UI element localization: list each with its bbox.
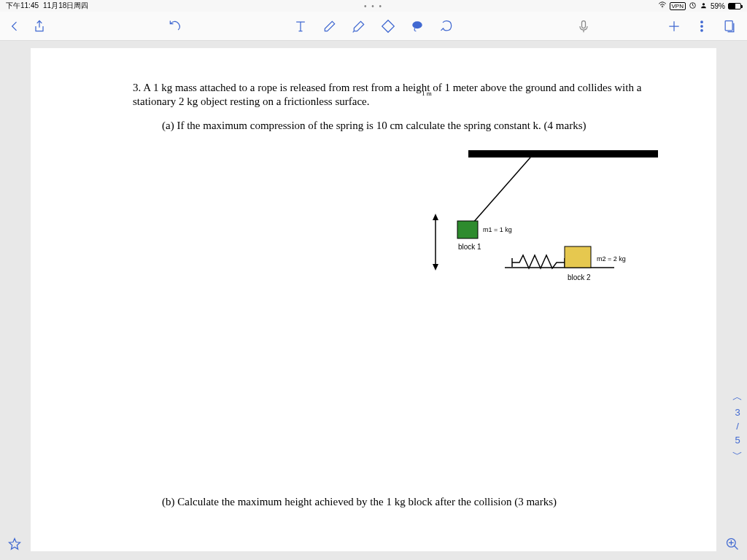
document-page: 3. A 1 kg mass attached to a rope is rel… [31, 48, 716, 551]
status-center-dots: • • • [364, 2, 383, 10]
wifi-icon [658, 1, 667, 11]
m2-label: m2 = 2 kg [597, 255, 626, 262]
svg-rect-12 [457, 221, 478, 238]
svg-point-6 [701, 20, 703, 23]
undo-button[interactable] [168, 19, 182, 34]
text-tool-button[interactable] [293, 19, 308, 34]
svg-point-0 [662, 7, 662, 7]
more-button[interactable] [694, 19, 709, 34]
add-button[interactable] [667, 19, 681, 34]
status-bar: 下午11:45 11月18日周四 • • • VPN 59% [0, 0, 747, 12]
chevron-down-icon[interactable]: ﹀ [732, 448, 743, 462]
question-part-a: (a) If the maximum compression of the sp… [162, 120, 587, 132]
zoom-in-button[interactable] [725, 537, 740, 554]
svg-rect-10 [468, 150, 658, 158]
status-time: 下午11:45 [6, 1, 39, 11]
battery-pct: 59% [711, 2, 725, 10]
pager-sep: / [736, 421, 739, 432]
toolbar [0, 12, 747, 41]
lasso-tool-button[interactable] [410, 19, 425, 34]
eraser-tool-button[interactable] [381, 19, 395, 34]
svg-point-2 [703, 3, 705, 5]
svg-point-4 [412, 21, 422, 28]
status-left: 下午11:45 11月18日周四 [6, 1, 88, 11]
svg-point-7 [701, 25, 703, 27]
one-meter-annotation: 1 m [422, 90, 432, 97]
svg-point-8 [701, 29, 703, 31]
block1-label: block 1 [458, 243, 481, 251]
pages-button[interactable] [722, 19, 737, 34]
highlighter-tool-button[interactable] [352, 19, 366, 34]
svg-rect-19 [565, 246, 591, 268]
back-button[interactable] [7, 19, 22, 34]
svg-rect-3 [382, 20, 394, 31]
shapes-tool-button[interactable] [439, 19, 454, 34]
vpn-badge: VPN [670, 2, 686, 10]
svg-line-11 [473, 158, 530, 223]
status-date: 11月18日周四 [43, 1, 88, 11]
question-part-b: (b) Calculate the maximum height achieve… [162, 496, 557, 508]
battery-icon [728, 3, 741, 9]
sync-icon [689, 1, 697, 11]
physics-diagram: m1 = 1 kg block 1 m2 = 2 kg block 2 [395, 143, 665, 289]
chevron-up-icon[interactable]: ︿ [732, 391, 743, 404]
pager-total: 5 [735, 435, 740, 446]
block2-label: block 2 [568, 273, 591, 281]
favorite-button[interactable] [7, 537, 22, 554]
user-icon [700, 1, 708, 11]
m1-label: m1 = 1 kg [483, 226, 512, 233]
pager-current: 3 [735, 407, 740, 418]
page-indicator[interactable]: ︿ 3 / 5 ﹀ [732, 391, 743, 462]
pen-tool-button[interactable] [322, 19, 337, 34]
svg-rect-5 [582, 20, 586, 28]
svg-rect-9 [725, 20, 732, 30]
mic-button[interactable] [576, 19, 591, 34]
content-area: 3. A 1 kg mass attached to a rope is rel… [0, 41, 747, 560]
svg-marker-14 [433, 214, 438, 220]
status-right: VPN 59% [658, 1, 741, 11]
svg-marker-15 [433, 264, 438, 271]
question-main-text: 3. A 1 kg mass attached to a rope is rel… [133, 81, 665, 109]
share-button[interactable] [32, 19, 47, 34]
